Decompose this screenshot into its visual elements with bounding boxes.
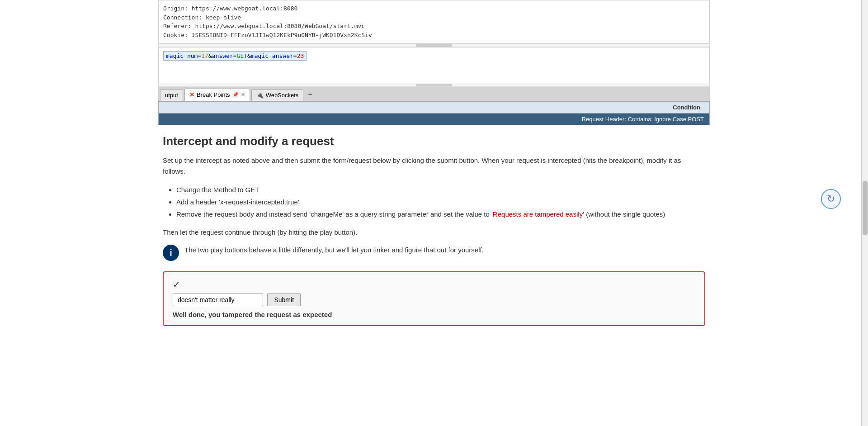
breakpoints-table: Condition Request Header: Contains: Igno… xyxy=(158,101,710,125)
header-line-3: Referer: https://www.webgoat.local:8080/… xyxy=(163,22,705,31)
right-scrollbar[interactable] xyxy=(861,0,868,426)
success-message: Well done, you tampered the request as e… xyxy=(173,311,695,318)
answer-input[interactable] xyxy=(173,293,263,306)
http-headers: Origin: https://www.webgoat.local:8080 C… xyxy=(158,0,710,43)
header-line-1: Origin: https://www.webgoat.local:8080 xyxy=(163,4,705,13)
tab-websockets-label: WebSockets xyxy=(266,92,299,99)
steps-list: Change the Method to GET Add a header 'x… xyxy=(176,184,705,220)
info-icon-label: i xyxy=(170,248,172,258)
submit-button[interactable]: Submit xyxy=(267,293,301,306)
step-3: Remove the request body and instead send… xyxy=(176,208,705,220)
request-body-editor[interactable]: magic_num=17&answer=GET&magic_answer=23 xyxy=(158,47,710,83)
info-icon: i xyxy=(163,245,179,261)
step-2: Add a header 'x-request-intercepted:true… xyxy=(176,196,705,208)
content-wrapper: Intercept and modify a request Set up th… xyxy=(163,134,705,326)
refresh-icon: ↻ xyxy=(827,193,835,205)
tab-breakpoints[interactable]: ✕ Break Points 📌 ✕ xyxy=(184,89,250,101)
form-inputs: Submit xyxy=(173,293,695,306)
breakpoint-condition: Request Header: Contains: Ignore Case:PO… xyxy=(159,114,710,125)
step-1: Change the Method to GET xyxy=(176,184,705,196)
form-box: ✓ Submit Well done, you tampered the req… xyxy=(163,271,705,326)
tab-output[interactable]: utput xyxy=(160,89,183,101)
info-text: The two play buttons behave a little dif… xyxy=(184,245,484,256)
tab-close-icon[interactable]: ✕ xyxy=(241,92,245,98)
header-line-2: Connection: keep-alive xyxy=(163,13,705,22)
checkmark-icon: ✓ xyxy=(173,279,695,290)
content-area: Intercept and modify a request Set up th… xyxy=(158,134,710,326)
tab-output-label: utput xyxy=(165,92,178,99)
info-box: i The two play buttons behave a little d… xyxy=(163,245,705,262)
tab-breakpoints-label: Break Points xyxy=(197,91,230,98)
request-body-content: magic_num=17&answer=GET&magic_answer=23 xyxy=(163,51,307,61)
breakpoint-row[interactable]: Request Header: Contains: Ignore Case:PO… xyxy=(159,114,710,125)
main-container: Origin: https://www.webgoat.local:8080 C… xyxy=(0,0,868,426)
highlight-text: Requests are tampered easily xyxy=(493,210,583,218)
pin-icon: 📌 xyxy=(232,92,239,98)
tabs-bar: utput ✕ Break Points 📌 ✕ 🔌 WebSockets + xyxy=(158,87,710,101)
condition-column-header: Condition xyxy=(159,102,710,114)
scrollbar-thumb[interactable] xyxy=(863,181,868,235)
add-tab-button[interactable]: + xyxy=(305,89,315,101)
header-line-4: Cookie: JSESSIONID=FFFzoV1JI1wQ12KEkP9u0… xyxy=(163,31,705,40)
break-icon: ✕ xyxy=(189,91,194,98)
websocket-icon: 🔌 xyxy=(256,92,264,99)
outro-paragraph: Then let the request continue through (b… xyxy=(163,227,705,238)
refresh-button[interactable]: ↻ xyxy=(821,189,841,209)
intro-paragraph: Set up the intercept as noted above and … xyxy=(163,155,705,177)
tab-websockets[interactable]: 🔌 WebSockets xyxy=(251,89,304,101)
page-title: Intercept and modify a request xyxy=(163,134,705,148)
